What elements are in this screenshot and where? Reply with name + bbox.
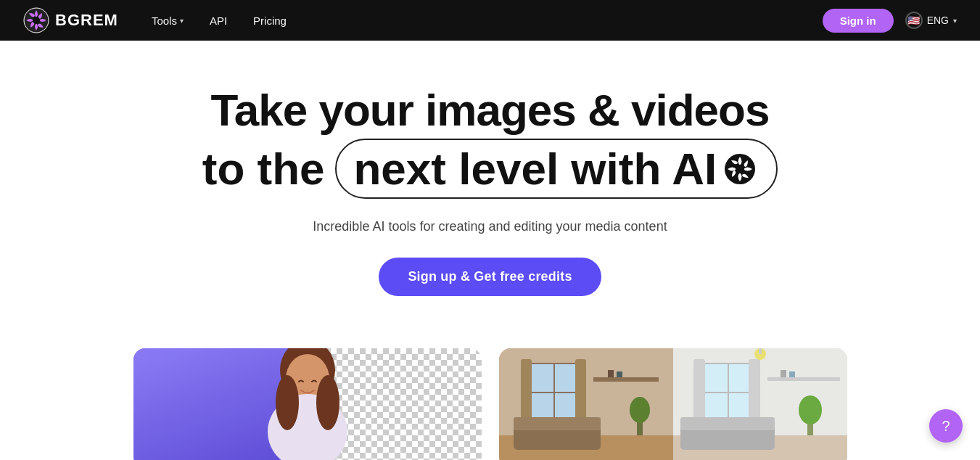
brand-logo[interactable]: BGREM	[23, 7, 118, 33]
signup-cta-button[interactable]: Sign up & Get free credits	[379, 258, 601, 296]
svg-point-1	[33, 17, 40, 24]
svg-rect-36	[781, 370, 786, 377]
navbar-right: Sign in 🇺🇸 ENG ▾	[823, 9, 957, 33]
hero-subtitle: Incredible AI tools for creating and edi…	[15, 219, 965, 234]
svg-rect-14	[528, 392, 579, 393]
svg-rect-31	[749, 359, 760, 424]
preview-images-section	[0, 325, 980, 460]
svg-rect-22	[617, 371, 622, 377]
flag-icon: 🇺🇸	[905, 12, 923, 29]
room-enhancement-preview	[499, 348, 847, 460]
svg-point-8	[276, 375, 299, 430]
room-after-svg	[673, 348, 847, 460]
nav-pricing[interactable]: Pricing	[243, 10, 297, 31]
logo-icon	[23, 7, 49, 33]
bg-removal-preview	[133, 348, 482, 460]
svg-point-24	[630, 397, 650, 423]
room-after	[673, 348, 847, 460]
shutter-decoration-icon	[724, 153, 756, 185]
svg-rect-37	[789, 371, 795, 377]
support-button[interactable]: ?	[929, 409, 963, 443]
hero-section: Take your images & videos to the next le…	[0, 41, 980, 325]
language-selector[interactable]: 🇺🇸 ENG ▾	[905, 12, 957, 29]
room-before	[499, 348, 673, 460]
navbar: BGREM Tools ▾ API Pricing Sign in 🇺🇸 ENG…	[0, 0, 980, 41]
svg-point-3	[736, 165, 744, 173]
svg-rect-15	[521, 359, 532, 424]
room-before-svg	[499, 348, 673, 460]
svg-rect-34	[680, 417, 775, 430]
svg-rect-41	[759, 348, 762, 354]
svg-rect-35	[767, 377, 840, 381]
person-figure	[133, 348, 482, 460]
svg-rect-19	[514, 417, 601, 430]
svg-rect-21	[608, 370, 614, 377]
nav-tools[interactable]: Tools ▾	[141, 10, 194, 31]
svg-rect-16	[575, 359, 586, 424]
hero-highlight-text: next level with AI	[354, 143, 717, 194]
nav-api[interactable]: API	[199, 10, 237, 31]
chevron-down-icon: ▾	[180, 17, 184, 25]
brand-name: BGREM	[55, 11, 118, 30]
svg-point-39	[799, 395, 822, 424]
svg-rect-29	[702, 392, 753, 393]
svg-rect-20	[593, 377, 659, 382]
hero-title-line1: Take your images & videos	[15, 84, 965, 136]
chevron-down-icon: ▾	[953, 17, 957, 25]
person-svg	[228, 348, 387, 460]
hero-highlight-box: next level with AI	[335, 139, 778, 199]
main-nav: Tools ▾ API Pricing	[141, 10, 297, 31]
signin-button[interactable]: Sign in	[823, 9, 894, 33]
lang-label: ENG	[927, 15, 949, 26]
svg-point-9	[316, 375, 339, 430]
hero-cta-area: Sign up & Get free credits	[15, 258, 965, 296]
support-icon: ?	[942, 418, 950, 435]
hero-title-line2: to the next level with AI	[15, 139, 965, 199]
svg-rect-30	[693, 359, 705, 424]
hero-title-prefix: to the	[202, 143, 325, 194]
